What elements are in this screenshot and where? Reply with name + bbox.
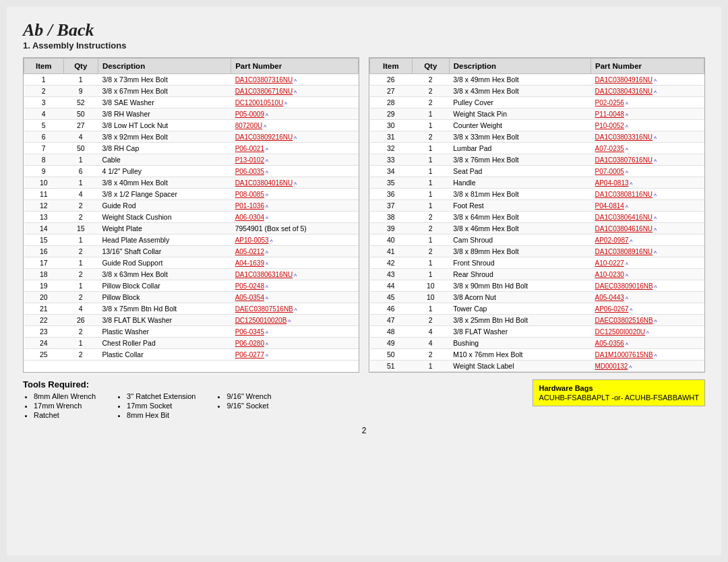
part-num-link[interactable]: DC1250010020B — [235, 316, 287, 324]
part-num-link[interactable]: P04-0814 — [595, 201, 624, 210]
qty: 2 — [412, 97, 449, 108]
part-num-link[interactable]: DC120010510U — [235, 98, 284, 106]
description: 3/8 x 46mm Hex Bolt — [449, 223, 590, 235]
table-row: 4 50 3/8 RH Washer P05-0009 — [24, 108, 359, 120]
qty: 1 — [412, 200, 449, 212]
part-number-cell: AP02-0987 — [590, 235, 704, 246]
part-num-link[interactable]: P11-0048 — [595, 110, 624, 118]
part-num-link[interactable]: P05-0009 — [235, 110, 264, 118]
part-num-link[interactable]: DAEC03802516NB — [595, 316, 653, 324]
item-num: 1 — [24, 74, 64, 86]
part-num: DA1C03804316NU — [595, 88, 653, 95]
part-num: DC120010510U — [235, 99, 284, 106]
part-num-link[interactable]: DA1C03807316NU — [235, 75, 293, 84]
description: 3/8 x 81mm Hex Bolt — [449, 189, 590, 200]
item-num: 34 — [370, 166, 413, 177]
part-number-cell: P05-0009 — [231, 108, 359, 120]
part-num-link[interactable]: 807200U — [235, 121, 263, 129]
table-row: 51 1 Weight Stack Label MD000132 — [370, 361, 704, 372]
part-number-cell: A04-1639 — [231, 257, 359, 269]
part-num-link[interactable]: A05-0356 — [595, 339, 624, 347]
part-num-link[interactable]: DA1C03803316NU — [595, 133, 653, 141]
part-num-link[interactable]: AP02-0987 — [595, 236, 628, 244]
part-num-link[interactable]: DAEC03807516NB — [235, 305, 293, 313]
part-num-link[interactable]: AP04-0813 — [595, 179, 628, 187]
description: 3/8 x 73mm Hex Bolt — [98, 74, 231, 86]
part-number-cell: 7954901 (Box set of 5) — [231, 223, 359, 235]
part-num-link[interactable]: P02-0256 — [595, 98, 624, 106]
part-number-cell: P08-0085 — [231, 189, 359, 200]
part-num-link[interactable]: AP06-0267 — [595, 305, 628, 313]
part-number-cell: A05-0443 — [590, 292, 704, 303]
part-num: AP10-0053 — [235, 237, 269, 244]
part-num-link[interactable]: P13-0102 — [235, 156, 264, 164]
part-num-link[interactable]: P06-0277 — [235, 350, 264, 358]
qty: 2 — [412, 86, 449, 97]
description: 3/8 x 49mm Hex Bolt — [449, 74, 590, 86]
part-num-link[interactable]: P07-0005 — [595, 167, 624, 175]
part-num-link[interactable]: A05-0212 — [235, 247, 264, 255]
page: Ab / Back 1. Assembly Instructions Item … — [7, 7, 721, 555]
part-number-cell: DA1C03804616NU — [590, 223, 704, 235]
part-num-link[interactable]: A10-0227 — [595, 259, 624, 267]
part-num: P04-0814 — [595, 202, 624, 210]
part-num-link[interactable]: A10-0230 — [595, 270, 624, 278]
part-num-link[interactable]: DA1C03808116NU — [595, 190, 653, 198]
part-num-link[interactable]: DA1C03804016NU — [235, 179, 293, 187]
part-num-link[interactable]: DA1C03804916NU — [595, 75, 653, 84]
part-num-link[interactable]: DA1C03807616NU — [595, 156, 653, 164]
description: Bushing — [449, 338, 590, 349]
content-area: Item Qty Description Part Number 1 1 3/8… — [23, 57, 705, 373]
part-num-link[interactable]: P06-0035 — [235, 167, 264, 175]
part-num-link[interactable]: DA1M10007615NB — [595, 350, 653, 358]
item-num: 23 — [24, 326, 64, 338]
part-num-link[interactable]: DA1C03804316NU — [595, 87, 653, 95]
part-num-link[interactable]: DA1C03806416NU — [595, 213, 653, 221]
part-num-link[interactable]: A04-1639 — [235, 259, 264, 267]
qty: 1 — [412, 154, 449, 166]
part-num-link[interactable]: P08-0085 — [235, 190, 264, 198]
part-num-link[interactable]: DC12500I0020U — [595, 327, 645, 336]
part-number-cell: DA1C03806316NU — [231, 269, 359, 280]
part-num-link[interactable]: P06-0345 — [235, 327, 264, 336]
description: 4 1/2" Pulley — [98, 166, 231, 177]
part-num: DC12500I0020U — [595, 328, 645, 336]
part-num: P06-0277 — [235, 351, 264, 358]
part-num-link[interactable]: A05-0354 — [235, 293, 264, 301]
part-num-link[interactable]: P10-0052 — [595, 121, 624, 129]
part-num-link[interactable]: P06-0021 — [235, 144, 264, 152]
item-num: 6 — [24, 131, 64, 143]
part-num-link[interactable]: P01-1036 — [235, 201, 264, 210]
part-num-link[interactable]: A05-0443 — [595, 293, 624, 301]
part-num-link[interactable]: A07-0235 — [595, 144, 624, 152]
part-number-cell: A05-0212 — [231, 246, 359, 257]
part-number-cell: A05-0354 — [231, 292, 359, 303]
part-num-link[interactable]: P06-0280 — [235, 339, 264, 347]
part-num-link[interactable]: DA1C03809216NU — [235, 133, 293, 141]
part-number-cell: A05-0356 — [590, 338, 704, 349]
part-num-link[interactable]: DA1C03806716NU — [235, 87, 293, 95]
item-num: 41 — [370, 246, 413, 257]
qty: 27 — [63, 120, 98, 131]
part-num-link[interactable]: DA1C03806316NU — [235, 270, 293, 278]
page-subtitle: 1. Assembly Instructions — [23, 40, 705, 51]
part-num-link[interactable]: MD000132 — [595, 362, 628, 370]
qty: 2 — [412, 349, 449, 361]
table-row: 9 6 4 1/2" Pulley P06-0035 — [24, 166, 359, 177]
qty: 1 — [412, 143, 449, 154]
table-row: 29 1 Weight Stack Pin P11-0048 — [370, 108, 704, 120]
title-section: Ab / Back 1. Assembly Instructions — [23, 20, 705, 51]
part-num-link[interactable]: A06-0304 — [235, 213, 264, 221]
item-num: 14 — [24, 223, 64, 235]
part-num-link[interactable]: DAEC03809016NB — [595, 282, 653, 290]
item-num: 19 — [24, 280, 64, 292]
part-num-link[interactable]: P05-0248 — [235, 282, 264, 290]
part-num-link[interactable]: DA1C03808916NU — [595, 247, 653, 255]
tools-section: Tools Required: 8mm Allen Wrench17mm Wre… — [23, 379, 523, 420]
part-num-link[interactable]: AP10-0053 — [235, 236, 269, 244]
part-num: AP06-0267 — [595, 305, 628, 313]
description: 3/8 x 43mm Hex Bolt — [449, 86, 590, 97]
description: Weight Stack Cushion — [98, 212, 231, 223]
part-num-link[interactable]: DA1C03804616NU — [595, 224, 653, 232]
table-row: 28 2 Pulley Cover P02-0256 — [370, 97, 704, 108]
